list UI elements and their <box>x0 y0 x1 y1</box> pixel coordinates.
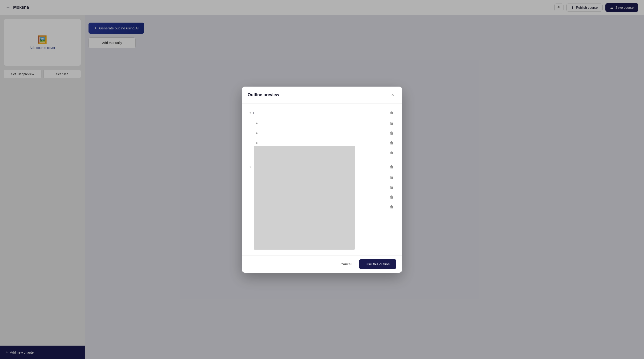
delete-lesson-button[interactable]: 🗑 <box>389 130 394 136</box>
delete-chapter-button[interactable]: 🗑 <box>389 110 394 116</box>
delete-lesson-button[interactable]: 🗑 <box>389 184 394 190</box>
modal-header: Outline preview × <box>242 87 402 104</box>
modal-overlay[interactable]: Outline preview × » I 🗑 <box>0 0 644 359</box>
content-placeholder <box>254 146 355 250</box>
delete-lesson-button[interactable]: 🗑 <box>389 120 394 126</box>
lesson-dot <box>256 142 258 144</box>
delete-lesson-button[interactable]: 🗑 <box>389 140 394 146</box>
delete-lesson-button[interactable]: 🗑 <box>389 150 394 156</box>
lesson-row: 🗑 <box>248 128 396 138</box>
modal-body: » I 🗑 🗑 🗑 <box>242 104 402 255</box>
lesson-row: 🗑 <box>248 118 396 128</box>
chevron-double-icon: » <box>250 165 252 169</box>
delete-lesson-button[interactable]: 🗑 <box>389 204 394 210</box>
outline-preview-modal: Outline preview × » I 🗑 <box>242 87 402 273</box>
modal-title: Outline preview <box>248 92 279 97</box>
lesson-dot <box>256 123 258 124</box>
cancel-button[interactable]: Cancel <box>336 259 356 269</box>
chevron-double-icon: » <box>250 111 252 115</box>
use-outline-button[interactable]: Use this outline <box>359 259 396 269</box>
delete-lesson-button[interactable]: 🗑 <box>389 174 394 180</box>
chapter-label: I <box>253 111 254 115</box>
modal-footer: Cancel Use this outline <box>242 255 402 273</box>
chapter-row: » I 🗑 <box>248 107 396 118</box>
lesson-dot <box>256 132 258 134</box>
delete-lesson-button[interactable]: 🗑 <box>389 194 394 200</box>
modal-close-button[interactable]: × <box>389 91 396 99</box>
delete-chapter-button[interactable]: 🗑 <box>389 164 394 170</box>
